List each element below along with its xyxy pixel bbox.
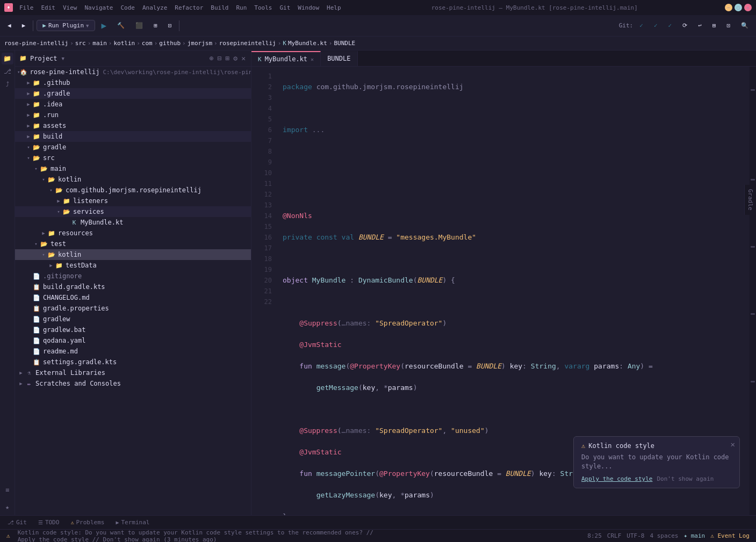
tree-readme[interactable]: 📄 readme.md <box>15 346 251 357</box>
menu-help[interactable]: Help <box>323 3 344 12</box>
tree-package[interactable]: ▾ 📂 com.github.jmorjsm.rosepineintellij <box>15 185 251 196</box>
collapse-icon[interactable]: ⊟ <box>217 53 223 63</box>
tree-src[interactable]: ▾ 📂 src <box>15 153 251 163</box>
tree-main[interactable]: ▾ 📂 main <box>15 163 251 174</box>
tab-mybundle-close[interactable]: ✕ <box>311 56 314 62</box>
bc-project[interactable]: rose-pine-intellij <box>4 40 68 47</box>
nav-forward-button[interactable]: ▶ <box>18 20 30 31</box>
tab-todo[interactable]: ☰ TODO <box>33 517 65 529</box>
maximize-button[interactable]: □ <box>735 4 742 11</box>
hide-icon[interactable]: ✕ <box>240 53 247 63</box>
menu-build[interactable]: Build <box>207 3 232 12</box>
gradle-panel-label[interactable]: Gradle <box>744 185 756 215</box>
bc-mybundle[interactable]: MyBundle.kt <box>288 40 327 47</box>
notification-close-icon[interactable]: ✕ <box>731 440 735 449</box>
tab-git[interactable]: ⎇ Git <box>2 517 32 529</box>
status-indent[interactable]: 4 spaces <box>647 532 680 539</box>
bc-com[interactable]: com <box>142 40 153 47</box>
minimize-button[interactable]: — <box>725 4 732 11</box>
tree-testdata[interactable]: ▶ 📁 testData <box>15 260 251 271</box>
tab-bundle[interactable]: BUNDLE <box>321 51 357 66</box>
menu-refactor[interactable]: Refactor <box>171 3 206 12</box>
menu-file[interactable]: File <box>16 3 37 12</box>
apply-code-style-link[interactable]: Apply the code style <box>581 475 652 482</box>
tree-idea[interactable]: ▶ 📁 .idea <box>15 99 251 110</box>
menu-edit[interactable]: Edit <box>38 3 59 12</box>
bc-rosepine[interactable]: rosepineintellij <box>219 40 276 47</box>
debug-button[interactable]: ⬛ <box>131 20 147 31</box>
run-button[interactable]: ▶ <box>97 19 111 32</box>
tree-qodana[interactable]: 📄 qodana.yaml <box>15 335 251 346</box>
structure-icon[interactable]: ≡ <box>2 484 13 496</box>
git-history[interactable]: ⟳ <box>678 20 692 31</box>
tree-gitignore[interactable]: 📄 .gitignore <box>15 271 251 281</box>
tree-test[interactable]: ▾ 📂 test <box>15 239 251 249</box>
tree-services[interactable]: ▾ 📂 services <box>15 206 251 217</box>
close-button[interactable]: ✕ <box>744 4 752 11</box>
tree-settings-gradle[interactable]: 📋 settings.gradle.kts <box>15 357 251 367</box>
status-branch[interactable]: ✦ main <box>681 532 707 539</box>
status-warning-icon[interactable]: ⚠ <box>4 532 12 539</box>
commit-icon[interactable]: ⎇ <box>2 66 13 77</box>
bc-kotlin[interactable]: kotlin <box>113 40 135 47</box>
tree-gradlew-bat[interactable]: 📄 gradlew.bat <box>15 324 251 335</box>
layout-icon[interactable]: ⊡ <box>722 20 735 31</box>
event-log-label[interactable]: ⚠ Event Log <box>708 532 752 539</box>
tree-test-kotlin[interactable]: ▾ 📂 kotlin <box>15 249 251 260</box>
tree-build[interactable]: ▶ 📁 build <box>15 131 251 142</box>
tree-github[interactable]: ▶ 📁 .github <box>15 77 251 88</box>
git-check3[interactable]: ✓ <box>664 20 676 31</box>
tree-build-gradle[interactable]: 📋 build.gradle.kts <box>15 281 251 292</box>
tree-gradlew[interactable]: 📄 gradlew <box>15 314 251 324</box>
expand-icon[interactable]: ⊞ <box>225 53 231 63</box>
bc-bundle[interactable]: BUNDLE <box>334 40 355 47</box>
bc-github[interactable]: github <box>159 40 181 47</box>
menu-git[interactable]: Git <box>276 3 293 12</box>
favorites-icon[interactable]: ★ <box>2 501 13 513</box>
search-icon[interactable]: 🔍 <box>737 20 753 31</box>
tree-gradle-hidden[interactable]: ▶ 📁 .gradle <box>15 88 251 99</box>
menu-view[interactable]: View <box>60 3 81 12</box>
tree-ext-libs[interactable]: ▶ ⚗ External Libraries <box>15 367 251 378</box>
git-check2[interactable]: ✓ <box>650 20 662 31</box>
git-check1[interactable]: ✓ <box>635 20 647 31</box>
git-branch-icon[interactable]: ⊞ <box>708 20 721 31</box>
status-line-ending[interactable]: CRLF <box>605 532 624 539</box>
tree-gradle-folder[interactable]: ▾ 📂 gradle <box>15 142 251 153</box>
tab-mybundle[interactable]: K MyBundle.kt ✕ <box>251 51 321 66</box>
coverage-button[interactable]: ⊞ <box>149 20 162 31</box>
git-rollback[interactable]: ↩ <box>694 20 706 31</box>
tree-mybundle[interactable]: K MyBundle.kt <box>15 217 251 228</box>
status-encoding[interactable]: UTF-8 <box>624 532 646 539</box>
bc-src[interactable]: src <box>75 40 86 47</box>
menu-analyze[interactable]: Analyze <box>139 3 170 12</box>
menu-window[interactable]: Window <box>294 3 322 12</box>
tree-assets[interactable]: ▶ 📁 assets <box>15 120 251 131</box>
tree-root[interactable]: ▾ 🏠 rose-pine-intellij C:\dev\working\ro… <box>15 67 251 77</box>
editor-scrollbar[interactable] <box>750 67 756 515</box>
status-position[interactable]: 8:25 <box>585 532 604 539</box>
locate-icon[interactable]: ⊕ <box>208 53 215 63</box>
tree-run[interactable]: ▶ 📁 .run <box>15 110 251 120</box>
project-icon[interactable]: 📁 <box>2 53 13 64</box>
sidebar-dropdown-icon[interactable]: ▼ <box>62 56 64 61</box>
tab-terminal[interactable]: ▶ Terminal <box>110 517 155 529</box>
menu-navigate[interactable]: Navigate <box>82 3 117 12</box>
menu-code[interactable]: Code <box>117 3 138 12</box>
nav-back-button[interactable]: ◀ <box>3 20 16 31</box>
menu-tools[interactable]: Tools <box>251 3 275 12</box>
run-plugin-button[interactable]: ▶ Run Plugin ▼ <box>37 20 95 31</box>
tree-scratches[interactable]: ▶ ✏ Scratches and Consoles <box>15 378 251 389</box>
tree-gradle-props[interactable]: 📋 gradle.properties <box>15 303 251 314</box>
dont-show-again-link[interactable]: Don't show again <box>657 475 714 482</box>
settings-icon[interactable]: ⚙ <box>232 53 239 63</box>
tree-kotlin[interactable]: ▾ 📂 kotlin <box>15 174 251 185</box>
bc-jmorjsm[interactable]: jmorjsm <box>188 40 212 47</box>
status-message[interactable]: Kotlin code style: Do you want to update… <box>16 529 392 543</box>
tab-problems[interactable]: ⚠ Problems <box>65 517 110 529</box>
tree-listeners[interactable]: ▶ 📁 listeners <box>15 196 251 206</box>
profile-button[interactable]: ⊡ <box>164 20 176 31</box>
build-button[interactable]: 🔨 <box>113 20 129 31</box>
pull-requests-icon[interactable]: ⤴ <box>2 78 13 90</box>
tree-changelog[interactable]: 📄 CHANGELOG.md <box>15 292 251 303</box>
